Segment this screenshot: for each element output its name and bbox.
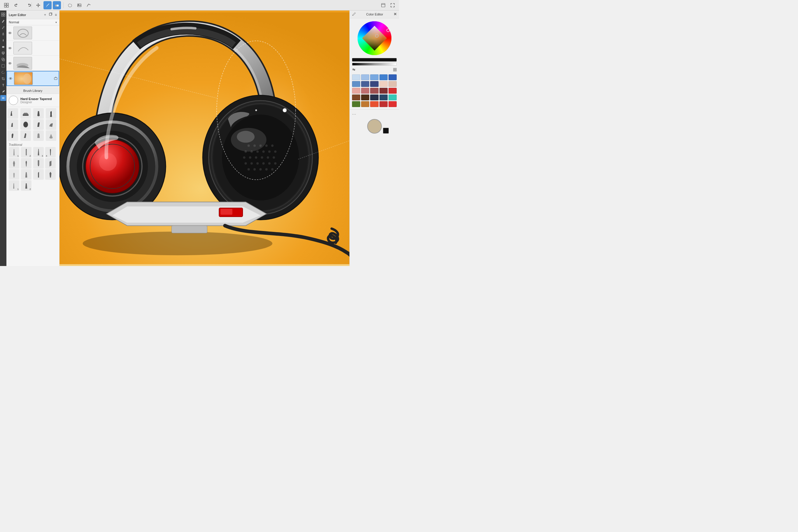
color-wheel-container[interactable] — [350, 18, 399, 58]
swatch-3-1[interactable] — [352, 88, 360, 94]
brush-tool-btn[interactable] — [43, 1, 52, 10]
grayscale-strip[interactable] — [352, 63, 397, 65]
redo-btn[interactable] — [21, 1, 29, 10]
swatch-5-2[interactable] — [361, 101, 369, 107]
brush-item-4[interactable] — [46, 108, 56, 119]
swatch-4-2[interactable] — [361, 95, 369, 100]
layer-visibility-4[interactable] — [8, 76, 13, 81]
trad-brush-a2[interactable]: 2 — [21, 180, 32, 191]
swatch-1-1[interactable] — [352, 74, 360, 80]
brush-item-8[interactable] — [46, 119, 56, 130]
layer-item-1[interactable] — [6, 25, 59, 40]
swatch-2-2[interactable] — [361, 81, 369, 87]
trad-brush-ta[interactable] — [9, 169, 19, 180]
vtool-ink[interactable] — [0, 37, 6, 43]
trad-brush-round[interactable] — [21, 158, 32, 169]
layer-item-2[interactable] — [6, 40, 59, 56]
vtool-grid[interactable] — [0, 12, 6, 18]
vtool-smudge[interactable] — [0, 44, 6, 50]
trad-brush-td[interactable] — [45, 169, 56, 180]
trad-brush-marker[interactable] — [33, 158, 44, 169]
blend-mode-row[interactable]: Normal ▾ — [6, 19, 59, 25]
trad-brush-pencil-3[interactable]: 3 — [33, 147, 44, 157]
swatch-1-4[interactable] — [379, 74, 387, 80]
primary-color-swatch[interactable] — [367, 119, 382, 134]
three-dots-icon[interactable]: ⋯ — [352, 112, 356, 117]
vtool-select[interactable] — [0, 63, 6, 69]
swatch-5-4[interactable] — [379, 101, 387, 107]
duplicate-layer-btn[interactable] — [49, 12, 53, 17]
image-btn[interactable] — [75, 1, 83, 10]
trad-brush-tb[interactable] — [21, 169, 32, 180]
grid-toggle-btn[interactable] — [2, 1, 11, 10]
vtool-brush[interactable] — [0, 24, 6, 30]
layer-visibility-2[interactable] — [7, 46, 12, 51]
trad-brush-fan[interactable] — [9, 158, 19, 169]
trad-brush-pencil-4[interactable]: 4 — [45, 147, 56, 157]
color-picker-icon[interactable] — [352, 12, 356, 16]
color-editor-close[interactable] — [394, 13, 397, 16]
brush-item-3[interactable] — [33, 108, 44, 119]
swatch-5-3[interactable] — [370, 101, 378, 107]
brush-item-1[interactable] — [7, 108, 18, 119]
window-btn[interactable] — [379, 1, 387, 10]
vtool-crop[interactable] — [0, 76, 6, 82]
vtool-active-layer[interactable] — [0, 95, 6, 101]
trad-brush-tc[interactable] — [33, 169, 44, 180]
palette-grid-icon[interactable] — [393, 68, 397, 72]
swatch-2-4[interactable] — [379, 81, 387, 87]
swatch-4-1[interactable] — [352, 95, 360, 100]
layer-visibility-3[interactable] — [7, 61, 12, 65]
swatch-5-5[interactable] — [388, 101, 397, 107]
layer-item-3[interactable] — [6, 56, 59, 71]
swatch-2-3[interactable] — [370, 81, 378, 87]
vtool-lasso[interactable] — [0, 70, 6, 75]
black-color-bar[interactable] — [352, 58, 397, 61]
palette-settings-icon[interactable] — [352, 68, 356, 72]
swatch-4-4[interactable] — [379, 95, 387, 100]
layer-visibility-1[interactable] — [7, 31, 12, 35]
swatch-3-3[interactable] — [370, 88, 378, 94]
secondary-color-swatch[interactable] — [383, 128, 389, 134]
swatch-3-4[interactable] — [379, 88, 387, 94]
swatch-4-5[interactable] — [388, 95, 397, 100]
trad-brush-a1[interactable]: 1 — [9, 180, 19, 191]
swatch-2-5[interactable] — [388, 81, 397, 87]
brush-item-2[interactable] — [20, 108, 31, 119]
vtool-eyedrop[interactable] — [0, 89, 6, 95]
brush-item-9[interactable] — [7, 130, 18, 141]
vtool-fill[interactable] — [0, 50, 6, 56]
swatch-3-5[interactable] — [388, 88, 397, 94]
trad-brush-pencil-2[interactable]: 2 — [21, 147, 32, 157]
swatch-1-2[interactable] — [361, 74, 369, 80]
trad-brush-calligraphy[interactable] — [45, 158, 56, 169]
undo-btn[interactable] — [12, 1, 20, 10]
layer-item-4-active[interactable] — [6, 71, 59, 86]
move-btn[interactable] — [34, 1, 42, 10]
brush-item-11[interactable] — [33, 130, 44, 141]
vtool-clone[interactable] — [0, 57, 6, 62]
vtool-text[interactable]: T — [0, 82, 6, 88]
fullscreen-btn[interactable] — [388, 1, 397, 10]
brush-item-7[interactable] — [33, 119, 44, 130]
brush-item-12[interactable] — [46, 130, 56, 141]
layer-menu-btn[interactable]: ≡ — [55, 13, 57, 17]
curve-btn[interactable] — [84, 1, 93, 10]
canvas-area[interactable] — [53, 11, 349, 266]
eraser-active-btn[interactable] — [53, 1, 61, 10]
swatch-3-2[interactable] — [361, 88, 369, 94]
add-layer-btn[interactable]: + — [44, 13, 46, 17]
swatch-2-1[interactable] — [352, 81, 360, 87]
brush-item-10[interactable] — [20, 130, 31, 141]
lasso-btn[interactable] — [66, 1, 74, 10]
swatch-4-3[interactable] — [370, 95, 378, 100]
swatch-1-5[interactable] — [388, 74, 397, 80]
vtool-marker[interactable] — [0, 31, 6, 37]
blend-mode-select[interactable]: Normal — [9, 20, 55, 24]
trad-brush-pencil-1[interactable]: 1 — [9, 147, 19, 157]
swatch-5-1[interactable] — [352, 101, 360, 107]
brush-item-6[interactable] — [20, 119, 31, 130]
swatch-1-3[interactable] — [370, 74, 378, 80]
brush-item-5[interactable] — [7, 119, 18, 130]
color-wheel-canvas[interactable] — [357, 21, 392, 56]
